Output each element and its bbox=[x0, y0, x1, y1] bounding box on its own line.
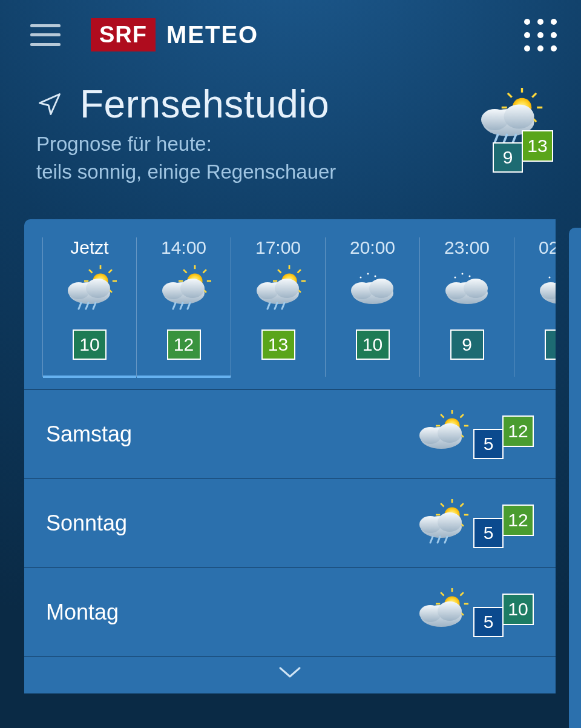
hourly-forecast[interactable]: Jetzt1014:001217:001320:001023:00902:008 bbox=[24, 219, 556, 389]
temp-low-badge: 5 bbox=[473, 607, 504, 637]
location-name: Fernsehstudio bbox=[80, 82, 329, 127]
temp-low-badge: 9 bbox=[493, 142, 523, 173]
weather-icon bbox=[242, 265, 315, 314]
weather-icon bbox=[336, 265, 409, 314]
next-panel-peek[interactable] bbox=[569, 228, 581, 728]
hour-temp-badge: 12 bbox=[167, 329, 201, 360]
hour-column[interactable]: 02:008 bbox=[514, 237, 556, 377]
day-name: Sonntag bbox=[46, 511, 402, 536]
app-logo[interactable]: SRF METEO bbox=[91, 18, 258, 51]
day-row[interactable]: Samstag512 bbox=[24, 390, 556, 479]
hour-column[interactable]: 20:0010 bbox=[326, 237, 420, 377]
forecast-description: Prognose für heute: teils sonnig, einige… bbox=[36, 130, 466, 186]
hour-temp-badge: 10 bbox=[73, 329, 107, 360]
hour-label: 17:00 bbox=[231, 237, 325, 262]
temp-high-badge: 12 bbox=[502, 505, 534, 536]
location-block: Fernsehstudio Prognose für heute: teils … bbox=[0, 64, 581, 201]
weather-icon bbox=[402, 588, 481, 637]
weather-icon bbox=[402, 499, 481, 548]
day-row[interactable]: Montag510 bbox=[24, 568, 556, 657]
temp-low-badge: 5 bbox=[473, 429, 504, 459]
hour-column[interactable]: 14:0012 bbox=[137, 237, 231, 377]
hour-label: Jetzt bbox=[43, 237, 136, 262]
weather-icon bbox=[525, 265, 556, 314]
brand-text: METEO bbox=[166, 21, 258, 48]
hour-temp-badge: 13 bbox=[261, 329, 295, 360]
brand-badge: SRF bbox=[91, 18, 156, 51]
hour-temp-badge: 9 bbox=[450, 329, 484, 360]
temp-high-badge: 12 bbox=[502, 415, 534, 447]
day-name: Samstag bbox=[46, 422, 402, 447]
menu-icon[interactable] bbox=[30, 24, 61, 46]
app-header: SRF METEO bbox=[0, 0, 581, 64]
apps-grid-icon[interactable] bbox=[524, 19, 557, 51]
day-name: Montag bbox=[46, 600, 402, 625]
daily-forecast: Samstag512Sonntag512Montag510 bbox=[24, 389, 556, 657]
forecast-panel: Jetzt1014:001217:001320:001023:00902:008… bbox=[24, 219, 556, 693]
expand-row[interactable] bbox=[24, 657, 556, 693]
today-summary[interactable]: 9 13 bbox=[466, 88, 551, 151]
hour-temp-badge: 8 bbox=[545, 329, 556, 360]
hour-column[interactable]: 23:009 bbox=[420, 237, 514, 377]
weather-icon bbox=[148, 265, 220, 314]
hour-label: 14:00 bbox=[137, 237, 231, 262]
hour-column[interactable]: Jetzt10 bbox=[42, 237, 137, 377]
weather-icon bbox=[402, 410, 481, 458]
temp-high-badge: 13 bbox=[522, 130, 553, 162]
navigation-icon bbox=[36, 91, 63, 117]
day-row[interactable]: Sonntag512 bbox=[24, 479, 556, 568]
hour-column[interactable]: 17:0013 bbox=[231, 237, 326, 377]
hour-label: 02:00 bbox=[514, 237, 556, 262]
temp-low-badge: 5 bbox=[473, 518, 504, 548]
temp-high-badge: 10 bbox=[502, 594, 534, 625]
chevron-down-icon bbox=[277, 664, 303, 680]
hour-temp-badge: 10 bbox=[356, 329, 390, 360]
weather-icon bbox=[431, 265, 504, 314]
weather-icon bbox=[53, 265, 126, 314]
hour-label: 20:00 bbox=[326, 237, 419, 262]
location-title[interactable]: Fernsehstudio bbox=[36, 82, 466, 127]
hour-label: 23:00 bbox=[420, 237, 514, 262]
